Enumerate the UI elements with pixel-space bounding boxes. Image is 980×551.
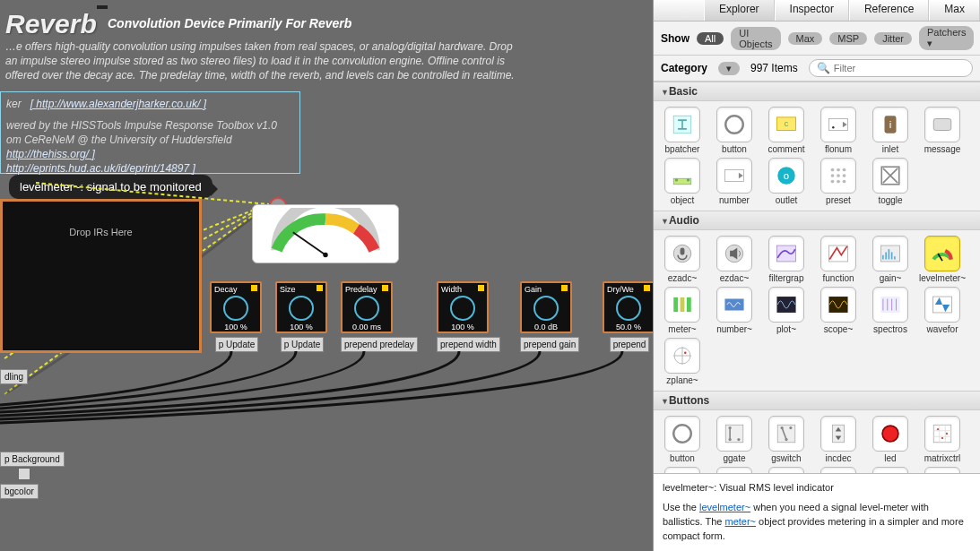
palette-item-ezadc[interactable]: ezadc~ (657, 236, 707, 283)
filter-msp[interactable]: MSP (829, 32, 867, 45)
bgcolor-object[interactable]: bgcolor (0, 484, 39, 499)
dial-knob[interactable] (223, 296, 248, 321)
palette-item-incdec[interactable]: incdec (813, 416, 863, 463)
search-field-wrap[interactable]: 🔍 (809, 59, 973, 77)
category-dropdown[interactable]: ▾ (718, 62, 740, 75)
help-link-meter[interactable]: meter~ (725, 516, 757, 527)
ir-drop-zone[interactable]: Drop IRs Here (0, 199, 202, 353)
palette-item-inlet[interactable]: iinlet (865, 107, 915, 154)
palette-item-wavefor[interactable]: wavefor (917, 287, 967, 334)
palette-item-zplane[interactable]: zplane~ (657, 338, 707, 385)
dial-predelay[interactable]: Predelay 0.00 ms prepend predelay (341, 281, 395, 352)
comment-icon: c (768, 107, 804, 142)
palette-item-comment[interactable]: ccomment (761, 107, 811, 154)
help-link-levelmeter[interactable]: levelmeter~ (699, 502, 750, 512)
send-object[interactable]: p Update (281, 337, 325, 352)
dial-size[interactable]: Size 100 % p Update (275, 281, 329, 352)
levelmeter-object[interactable] (252, 204, 399, 263)
palette-item-matrixctrl[interactable]: matrixctrl (917, 416, 967, 463)
dial-knob[interactable] (616, 296, 641, 321)
inlet-tooltip: levelmeter~: signal to be monitored (9, 175, 212, 199)
plot-icon (768, 287, 804, 323)
dial-decay[interactable]: Decay 100 % p Update (210, 281, 264, 352)
palette-item-filtergrap[interactable]: filtergrap (761, 236, 811, 283)
credit-link-2[interactable]: http://eprints.hud.ac.uk/id/eprint/14897… (6, 162, 195, 175)
filter-all[interactable]: All (697, 32, 724, 45)
dial-map-icon[interactable] (644, 285, 650, 291)
palette-item-function[interactable]: function (813, 236, 863, 283)
palette-item-ezdac[interactable]: ezdac~ (709, 236, 759, 283)
tab-explorer[interactable]: Explorer (704, 0, 775, 21)
tab-inspector[interactable]: Inspector (775, 0, 849, 21)
section-header-audio[interactable]: Audio (654, 211, 980, 230)
search-input[interactable] (834, 63, 965, 73)
svg-point-26 (831, 180, 835, 184)
svg-point-23 (831, 174, 835, 177)
dial-map-icon[interactable] (561, 285, 568, 291)
palette-item-object[interactable]: object (657, 158, 707, 205)
palette-item-led[interactable]: led (865, 416, 915, 463)
send-object[interactable]: prepend predelay (341, 337, 418, 352)
palette-item-number[interactable]: number (709, 158, 759, 205)
svg-point-4 (725, 116, 743, 133)
send-object[interactable]: prepend width (437, 337, 500, 352)
palette-item-plot[interactable]: plot~ (761, 287, 811, 334)
p-background-object[interactable]: p Background (0, 452, 65, 467)
dial-gain[interactable]: Gain 0.0 dB prepend gain (520, 281, 574, 352)
palette-item-levelmeter[interactable]: levelmeter~ (917, 236, 967, 283)
led-icon (872, 416, 908, 452)
send-object[interactable]: prepend (610, 337, 650, 352)
patcher-canvas[interactable]: Reverb Convolution Device Primarily For … (0, 0, 653, 551)
palette-item-outlet[interactable]: ooutlet (761, 158, 811, 205)
palette-item-ggate[interactable]: ggate (709, 416, 759, 463)
filter-jitter[interactable]: Jitter (874, 32, 912, 45)
dial-knob[interactable] (354, 296, 379, 321)
category-label: Category (661, 62, 707, 74)
dial-map-icon[interactable] (317, 285, 323, 291)
svg-rect-43 (673, 297, 678, 312)
dial-dry/we[interactable]: Dry/We 50.0 % prepend (603, 281, 653, 352)
send-object[interactable]: prepend gain (520, 337, 579, 352)
credit-link-1[interactable]: http://thehiss.org/ ] (6, 148, 95, 160)
dial-map-icon[interactable] (478, 285, 484, 291)
palette-item-gswitch[interactable]: gswitch (761, 416, 811, 463)
filter-ui-objects[interactable]: UI Objects (731, 27, 780, 50)
tab-reference[interactable]: Reference (849, 0, 929, 21)
tab-max[interactable]: Max (929, 0, 980, 21)
palette-item-button[interactable]: button (709, 107, 759, 154)
help-body-1: Use the (663, 502, 699, 512)
svg-rect-61 (725, 425, 743, 443)
svg-line-1 (293, 232, 325, 254)
palette-item-preset[interactable]: preset (813, 158, 863, 205)
palette-item-number[interactable]: number~ (709, 287, 759, 334)
palette-item-scope[interactable]: scope~ (813, 287, 863, 334)
dial-map-icon[interactable] (382, 285, 388, 291)
dial-knob[interactable] (450, 296, 475, 321)
send-object[interactable]: p Update (215, 337, 259, 352)
section-header-basic[interactable]: Basic (654, 82, 980, 101)
dial-width[interactable]: Width 100 % prepend width (437, 281, 490, 352)
palette-item-meter[interactable]: meter~ (657, 287, 707, 334)
palette-item-message[interactable]: message (917, 107, 967, 154)
palette-item-flonum[interactable]: flonum (813, 107, 863, 154)
outlet-icon: o (768, 158, 804, 194)
bgcolor-toggle[interactable] (18, 468, 30, 480)
palette-item-toggle[interactable]: toggle (865, 158, 915, 205)
bpatcher-icon (664, 107, 700, 142)
palette-item-spectros[interactable]: spectros (865, 287, 915, 334)
dial-knob[interactable] (289, 296, 314, 321)
palette-item-gain[interactable]: gain~ (865, 236, 915, 283)
svg-point-14 (675, 178, 678, 181)
author-url[interactable]: [ http://www.alexanderjharker.co.uk/ ] (30, 98, 206, 110)
wave-icon (924, 287, 960, 323)
palette-item-button[interactable]: button (657, 416, 707, 463)
filter-patchers[interactable]: Patchers (919, 26, 974, 50)
palette-item-bpatcher[interactable]: bpatcher (657, 107, 707, 154)
section-header-buttons[interactable]: Buttons (654, 391, 980, 410)
func-icon (820, 236, 856, 271)
dling-object[interactable]: dling (0, 369, 28, 384)
dial-map-icon[interactable] (251, 285, 257, 291)
svg-point-67 (789, 426, 792, 429)
dial-knob[interactable] (533, 296, 559, 321)
filter-max[interactable]: Max (788, 32, 823, 45)
